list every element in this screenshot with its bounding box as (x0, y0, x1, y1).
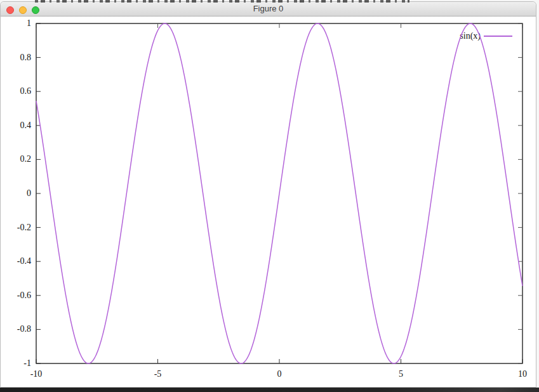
background-window-text-fragments (35, 0, 409, 3)
window-titlebar[interactable]: Figure 0 (1, 2, 536, 16)
window-content (1, 16, 535, 387)
background-window-bottom-strip (0, 388, 539, 392)
window-title: Figure 0 (1, 2, 536, 16)
figure-window: Figure 0 (0, 1, 536, 388)
desktop: Figure 0 sin(x) -10-5051010.80.60.40.20-… (0, 0, 539, 392)
